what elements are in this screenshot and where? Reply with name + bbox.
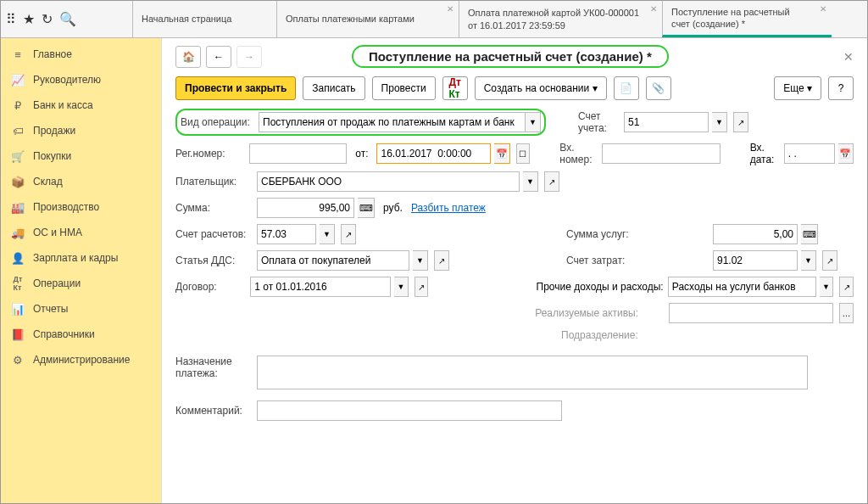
nav-refs[interactable]: 📕Справочники xyxy=(1,322,161,347)
dropdown-icon[interactable]: ▼ xyxy=(820,277,834,297)
doc-button[interactable]: 📄 xyxy=(614,76,639,100)
tab-sublabel: от 16.01.2017 23:59:59 xyxy=(468,20,654,31)
contract-input[interactable] xyxy=(250,277,391,297)
payer-input[interactable] xyxy=(257,171,520,192)
dropdown-icon[interactable]: ▼ xyxy=(526,112,541,132)
tab-payment-doc[interactable]: Оплата платежной картой УК00-000001 от 1… xyxy=(459,1,662,37)
open-icon[interactable]: … xyxy=(839,303,854,323)
from-label: от: xyxy=(355,148,368,160)
calc-icon[interactable]: ⌨ xyxy=(358,198,375,218)
system-icons: ⠿ ★ ↻ 🔍 xyxy=(1,1,132,37)
main-area: ≡Главное 📈Руководителю ₽Банк и касса 🏷Пр… xyxy=(1,38,867,504)
nav-main[interactable]: ≡Главное xyxy=(1,42,161,67)
dds-input[interactable] xyxy=(257,250,409,271)
home-button[interactable]: 🏠 xyxy=(175,46,201,68)
nav-admin[interactable]: ⚙Администрирование xyxy=(1,347,161,372)
toolbar: Провести и закрыть Записать Провести ДтК… xyxy=(175,76,854,100)
write-button[interactable]: Записать xyxy=(303,76,364,100)
open-icon[interactable]: ↗ xyxy=(544,171,559,192)
dds-label: Статья ДДС: xyxy=(175,255,253,266)
tab-sublabel: счет (создание) * xyxy=(671,18,823,30)
history-icon[interactable]: ↻ xyxy=(42,11,53,27)
nav-bank[interactable]: ₽Банк и касса xyxy=(1,92,161,118)
post-button[interactable]: Провести xyxy=(372,76,436,100)
calendar-icon[interactable]: 📅 xyxy=(838,143,854,164)
dropdown-icon[interactable]: ▼ xyxy=(394,277,409,297)
tab-close-icon[interactable]: ✕ xyxy=(820,4,826,14)
close-icon[interactable]: ✕ xyxy=(843,50,854,64)
dropdown-icon[interactable]: ▼ xyxy=(413,250,428,271)
date-input[interactable] xyxy=(376,143,491,164)
tab-close-icon[interactable]: ✕ xyxy=(447,4,453,14)
calendar-icon[interactable]: 📅 xyxy=(494,143,509,164)
open-icon[interactable]: ↗ xyxy=(341,224,356,244)
assets-label: Реализуемые активы: xyxy=(535,307,665,319)
dropdown-icon[interactable]: ▼ xyxy=(320,224,335,244)
search-icon[interactable]: 🔍 xyxy=(59,11,76,27)
nav-zp[interactable]: 👤Зарплата и кадры xyxy=(1,245,161,271)
nav-buy[interactable]: 🛒Покупки xyxy=(1,143,161,169)
form: Вид операции: ▼ Счет учета: ▼ ↗ Рег.номе… xyxy=(175,109,854,421)
star-icon[interactable]: ★ xyxy=(23,11,35,27)
dtkt-button[interactable]: ДтКт xyxy=(442,76,468,100)
indate-label: Вх. дата: xyxy=(750,142,781,165)
other-input[interactable] xyxy=(668,277,816,297)
payer-label: Плательщик: xyxy=(175,176,253,188)
help-button[interactable]: ? xyxy=(828,76,854,100)
calc-icon[interactable]: ⌨ xyxy=(801,224,818,244)
open-icon[interactable]: ↗ xyxy=(733,112,748,132)
assets-input[interactable] xyxy=(669,303,833,323)
apps-icon[interactable]: ⠿ xyxy=(6,11,16,27)
nav-sales[interactable]: 🏷Продажи xyxy=(1,118,161,143)
tab-home[interactable]: Начальная страница xyxy=(132,1,276,37)
costacc-input[interactable] xyxy=(713,250,798,271)
open-icon[interactable]: ↗ xyxy=(839,277,854,297)
nav-os[interactable]: 🚚ОС и НМА xyxy=(1,220,161,245)
content: 🏠 ← → Поступление на расчетный счет (соз… xyxy=(162,38,867,504)
tab-label: Оплаты платежными картами xyxy=(286,13,450,25)
division-label: Подразделение: xyxy=(561,329,701,341)
nav-stock[interactable]: 📦Склад xyxy=(1,169,161,194)
tab-payments[interactable]: Оплаты платежными картами ✕ xyxy=(276,1,459,37)
post-close-button[interactable]: Провести и закрыть xyxy=(175,76,296,100)
tab-close-icon[interactable]: ✕ xyxy=(650,4,657,14)
optype-input[interactable] xyxy=(259,112,526,132)
other-label: Прочие доходы и расходы: xyxy=(537,281,665,293)
cart-icon: 🛒 xyxy=(11,149,25,163)
purpose-input[interactable] xyxy=(257,356,808,389)
open-icon[interactable]: ↗ xyxy=(822,250,837,271)
nav-prod[interactable]: 🏭Производство xyxy=(1,194,161,220)
person-icon: 👤 xyxy=(11,251,25,265)
tab-label: Оплата платежной картой УК00-000001 xyxy=(468,7,654,19)
innum-input[interactable] xyxy=(602,143,721,164)
chart-icon: 📈 xyxy=(11,73,25,87)
servicesum-input[interactable] xyxy=(713,224,798,244)
factory-icon: 🏭 xyxy=(11,200,25,214)
nav-ops[interactable]: ДтКтОперации xyxy=(1,271,161,296)
split-link[interactable]: Разбить платеж xyxy=(411,202,486,214)
attach-button[interactable]: 📎 xyxy=(646,76,671,100)
regnum-input[interactable] xyxy=(249,143,347,164)
sum-input[interactable] xyxy=(257,198,354,218)
page-title: Поступление на расчетный счет (создание)… xyxy=(352,45,669,68)
indate-input[interactable] xyxy=(784,143,835,164)
gear-icon: ⚙ xyxy=(11,353,25,367)
dropdown-icon[interactable]: ▼ xyxy=(523,171,538,192)
calcacc-input[interactable] xyxy=(257,224,316,244)
create-base-button[interactable]: Создать на основании ▾ xyxy=(475,76,607,100)
open-icon[interactable]: ☐ xyxy=(516,143,530,164)
nav-manager[interactable]: 📈Руководителю xyxy=(1,67,161,92)
tab-label: Поступление на расчетный xyxy=(671,6,823,18)
open-icon[interactable]: ↗ xyxy=(415,277,429,297)
contract-label: Договор: xyxy=(175,281,247,293)
tab-receipt[interactable]: Поступление на расчетный счет (создание)… xyxy=(662,1,832,37)
forward-button[interactable]: → xyxy=(236,46,262,68)
more-button[interactable]: Еще ▾ xyxy=(774,76,821,100)
nav-reports[interactable]: 📊Отчеты xyxy=(1,296,161,322)
back-button[interactable]: ← xyxy=(206,46,231,68)
dropdown-icon[interactable]: ▼ xyxy=(712,112,727,132)
open-icon[interactable]: ↗ xyxy=(434,250,449,271)
account-input[interactable] xyxy=(624,112,709,132)
comment-input[interactable] xyxy=(257,400,562,421)
dropdown-icon[interactable]: ▼ xyxy=(801,250,816,271)
